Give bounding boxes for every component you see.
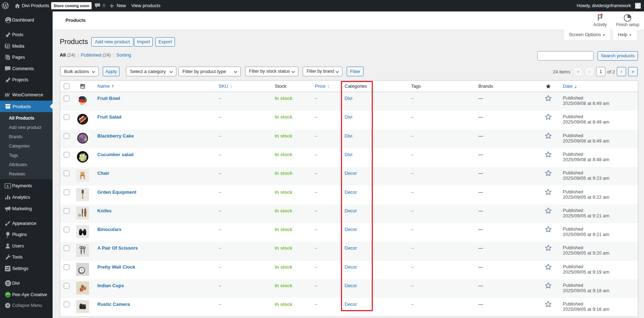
svg-text:$: $ bbox=[7, 184, 9, 188]
svg-text:D: D bbox=[6, 281, 9, 285]
svg-text:W: W bbox=[5, 92, 10, 98]
